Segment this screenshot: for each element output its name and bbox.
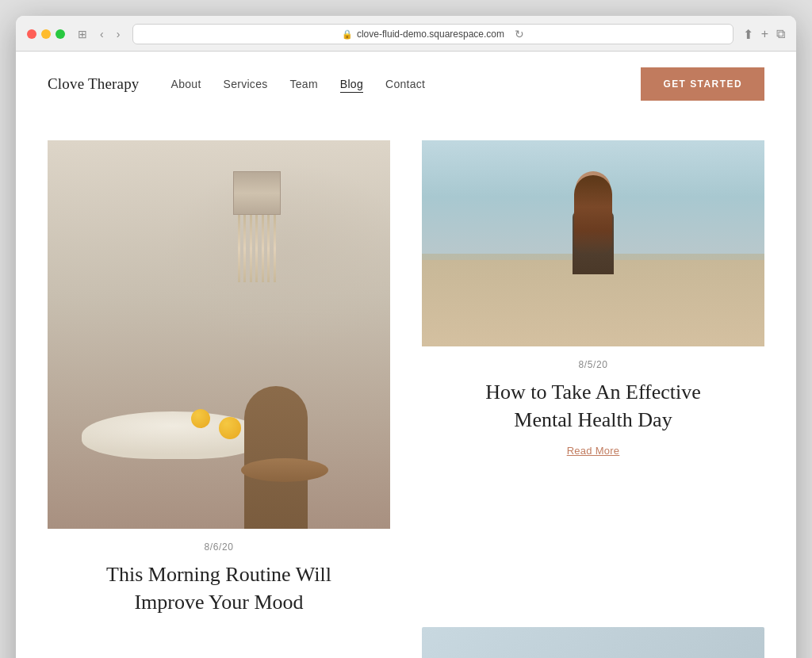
fringe-strand bbox=[267, 215, 270, 282]
browser-chrome: ⊞ ‹ › 🔒 clove-fluid-demo.squarespace.com… bbox=[16, 16, 796, 52]
traffic-lights bbox=[27, 29, 65, 39]
fringe-strand bbox=[238, 215, 240, 282]
back-button[interactable]: ‹ bbox=[97, 26, 107, 42]
fringe-strand bbox=[274, 215, 276, 282]
sidebar-toggle-button[interactable]: ⊞ bbox=[75, 26, 90, 42]
read-more-link-right[interactable]: Read More bbox=[422, 445, 764, 457]
blog-post-image-right[interactable] bbox=[422, 140, 764, 346]
fringe-strand bbox=[262, 215, 264, 282]
share-button[interactable]: ⬆ bbox=[743, 27, 753, 42]
tab-overview-button[interactable]: ⧉ bbox=[776, 27, 785, 41]
blog-post-title-right: How to Take An EffectiveMental Health Da… bbox=[422, 378, 764, 434]
wall-hanging-fringe bbox=[233, 215, 281, 282]
chair-seat-decoration bbox=[241, 458, 328, 482]
get-started-button[interactable]: GET STARTED bbox=[641, 67, 764, 101]
blog-grid: 8/6/20 This Morning Routine WillImprove … bbox=[16, 117, 796, 627]
wall-hanging bbox=[233, 171, 281, 282]
blog-post-title-left: This Morning Routine WillImprove Your Mo… bbox=[48, 560, 390, 616]
interior-image bbox=[48, 140, 390, 529]
person-hair bbox=[574, 175, 612, 254]
forward-button[interactable]: › bbox=[113, 26, 124, 42]
blog-post-image-left[interactable] bbox=[48, 140, 390, 529]
browser-window: ⊞ ‹ › 🔒 clove-fluid-demo.squarespace.com… bbox=[16, 16, 796, 658]
address-bar[interactable]: 🔒 clove-fluid-demo.squarespace.com ↻ bbox=[132, 24, 733, 44]
url-text: clove-fluid-demo.squarespace.com bbox=[357, 29, 504, 40]
blog-post-date-left: 8/6/20 bbox=[48, 541, 390, 553]
lock-icon: 🔒 bbox=[342, 29, 353, 40]
blog-post-bottom-left bbox=[48, 627, 390, 658]
nav-link-about[interactable]: About bbox=[171, 78, 201, 90]
blog-post-left: 8/6/20 This Morning Routine WillImprove … bbox=[48, 140, 390, 627]
blog-post-right: 8/5/20 How to Take An EffectiveMental He… bbox=[422, 140, 764, 627]
blog-bottom-row bbox=[16, 627, 796, 658]
reload-button[interactable]: ↻ bbox=[515, 28, 524, 40]
wall-hanging-top bbox=[233, 171, 281, 215]
nav-link-services[interactable]: Services bbox=[224, 78, 268, 90]
nav-item-about[interactable]: About bbox=[171, 77, 201, 91]
close-button[interactable] bbox=[27, 29, 36, 39]
person-figure bbox=[553, 171, 633, 346]
partial-image-blue[interactable] bbox=[422, 627, 764, 658]
main-nav: Clove Therapy About Services Team Blog C… bbox=[16, 52, 796, 117]
browser-action-buttons: ⬆ + ⧉ bbox=[743, 27, 785, 42]
nav-item-contact[interactable]: Contact bbox=[385, 77, 425, 91]
nav-item-blog[interactable]: Blog bbox=[340, 77, 363, 91]
nav-links: About Services Team Blog Contact bbox=[171, 77, 426, 91]
new-tab-button[interactable]: + bbox=[761, 27, 768, 41]
nav-link-contact[interactable]: Contact bbox=[385, 78, 425, 90]
site-logo[interactable]: Clove Therapy bbox=[48, 75, 140, 93]
chair-decoration bbox=[244, 386, 308, 529]
room-scene bbox=[48, 140, 390, 529]
nav-link-team[interactable]: Team bbox=[290, 78, 318, 90]
fringe-strand bbox=[255, 215, 258, 282]
nav-link-blog[interactable]: Blog bbox=[340, 78, 363, 93]
site-content: Clove Therapy About Services Team Blog C… bbox=[16, 52, 796, 658]
fringe-strand bbox=[250, 215, 252, 282]
maximize-button[interactable] bbox=[56, 29, 65, 39]
nav-item-team[interactable]: Team bbox=[290, 77, 318, 91]
browser-nav-controls: ⊞ ‹ › bbox=[75, 26, 123, 42]
minimize-button[interactable] bbox=[41, 29, 51, 39]
beach-image bbox=[422, 140, 764, 346]
fruit-decoration bbox=[191, 409, 210, 428]
blog-post-date-right: 8/5/20 bbox=[422, 359, 764, 370]
nav-item-services[interactable]: Services bbox=[224, 77, 268, 91]
fringe-strand bbox=[243, 215, 246, 282]
blog-post-bottom-right bbox=[422, 627, 764, 658]
